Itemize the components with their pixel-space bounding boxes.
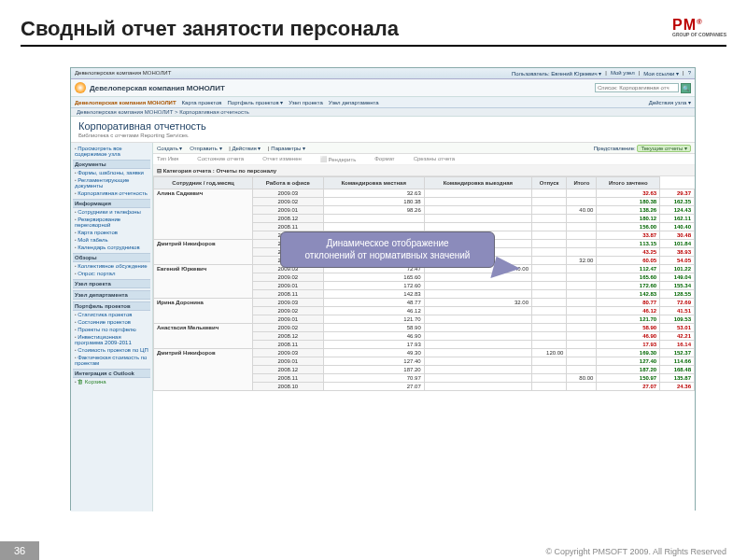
- trip-local-cell: [424, 307, 531, 315]
- total-cell: 43.25: [597, 248, 660, 257]
- sidebar-item[interactable]: Карта проектов: [73, 229, 150, 236]
- sidebar-item[interactable]: Инвестиционная программа 2009-2011: [73, 333, 150, 346]
- send-menu[interactable]: Отправить ▾: [190, 146, 221, 151]
- total-credited-cell: 42.21: [660, 332, 695, 341]
- total-credited-cell: 149.04: [660, 273, 695, 282]
- sidebar-item[interactable]: Состояние проектов: [73, 318, 150, 326]
- period-cell: 2009.02: [253, 198, 324, 206]
- period-cell: 2008.12: [253, 215, 324, 223]
- vacation-cell: [567, 357, 597, 366]
- total-cell: 180.12: [597, 215, 660, 223]
- sidebar-group[interactable]: Узел департамента: [73, 290, 150, 300]
- sidebar-group[interactable]: Обзоры: [73, 253, 150, 262]
- view-selector[interactable]: Текущие отчеты ▾: [637, 145, 691, 152]
- office-cell: 98.26: [323, 206, 424, 215]
- vacation-cell: [567, 341, 597, 349]
- page-title: Сводный отчет занятости персонала: [21, 17, 399, 41]
- sidebar-item[interactable]: Календарь сотрудников: [73, 244, 150, 251]
- sidebar-group[interactable]: Документы: [73, 160, 150, 169]
- trip-local-cell: [424, 290, 531, 299]
- sidebar-item[interactable]: Проекты по портфелю: [73, 326, 150, 333]
- employee-cell: Алина Садкевич: [154, 189, 253, 240]
- office-cell: 32.63: [323, 189, 424, 198]
- period-cell: 2008.11: [253, 223, 324, 231]
- total-cell: 180.38: [597, 198, 660, 206]
- sidebar-item[interactable]: Резервирование переговорной: [73, 216, 150, 229]
- sidebar-item[interactable]: Просмотреть все содержимое узла: [73, 145, 150, 158]
- col-header[interactable]: Работа в офисе: [253, 177, 324, 189]
- vacation-cell: [567, 189, 597, 198]
- my-links-menu[interactable]: Мои ссылки ▾: [643, 70, 679, 77]
- total-credited-cell: 16.14: [660, 341, 695, 349]
- office-cell: 58.90: [323, 324, 424, 332]
- total-cell: 138.26: [597, 206, 660, 215]
- breadcrumb[interactable]: Девелоперская компания МОНОЛИТ > Корпора…: [77, 109, 249, 115]
- office-cell: 165.60: [323, 273, 424, 282]
- sidebar-item[interactable]: Регламентирующие документы: [73, 176, 150, 189]
- vacation-cell: [567, 240, 597, 248]
- user-menu[interactable]: Пользователь: Евгений Юркевич ▾: [512, 70, 601, 77]
- office-cell: [323, 223, 424, 231]
- sidebar-item[interactable]: Мой табель: [73, 236, 150, 244]
- total-credited-cell: 114.66: [660, 357, 695, 366]
- sidebar-item[interactable]: Статистика проектов: [73, 311, 150, 318]
- total-credited-cell: 41.51: [660, 307, 695, 315]
- trip-out-cell: [532, 290, 567, 299]
- report-table: Сотрудник / год.месяцРабота в офисеКоман…: [153, 176, 695, 391]
- sidebar-item[interactable]: Корпоративная отчетность: [73, 189, 150, 197]
- total-credited-cell: 30.48: [660, 231, 695, 240]
- tab-2[interactable]: Портфель проектов ▾: [227, 100, 283, 105]
- sidebar-group[interactable]: Портфель проектов: [73, 301, 150, 311]
- sidebar-item[interactable]: Опрос: портал: [73, 270, 150, 277]
- sidebar-item[interactable]: Коллективное обсуждение: [73, 262, 150, 270]
- help-icon[interactable]: ?: [688, 70, 691, 77]
- tab-3[interactable]: Узел проекта: [289, 100, 322, 105]
- search-button[interactable]: 🔍: [681, 83, 691, 93]
- col-header[interactable]: Сотрудник / год.месяц: [154, 177, 253, 189]
- col-header[interactable]: Командировка выездная: [424, 177, 531, 189]
- sidebar-item[interactable]: Фактическая стоимость по проектам: [73, 354, 150, 367]
- office-cell: 49.30: [323, 349, 424, 357]
- search-input[interactable]: [595, 83, 679, 92]
- period-cell: 2009.03: [253, 349, 324, 357]
- sidebar-group[interactable]: Узел проекта: [73, 279, 150, 288]
- recycle-bin[interactable]: 🗑 Корзина: [73, 378, 150, 385]
- office-cell: 180.38: [323, 198, 424, 206]
- sidebar-group[interactable]: Информация: [73, 199, 150, 208]
- col-header[interactable]: Итого зачтено: [597, 177, 660, 189]
- total-cell: 113.15: [597, 240, 660, 248]
- node-actions-menu[interactable]: Действия узла ▾: [649, 99, 691, 105]
- params-menu[interactable]: Параметры ▾: [271, 146, 305, 151]
- tab-4[interactable]: Узел департамента: [329, 100, 379, 105]
- tab-0[interactable]: Девелоперская компания МОНОЛИТ: [75, 100, 176, 105]
- employee-cell: Дмитрий Никифоров: [154, 349, 253, 391]
- table-row: Дмитрий Никифоров2009.0349.30120.00169.3…: [154, 349, 695, 357]
- trip-local-cell: [424, 198, 531, 206]
- content-subtitle: Библиотека с отчетами Reporting Services…: [78, 133, 687, 138]
- trip-out-cell: [532, 366, 567, 374]
- create-menu[interactable]: Создать ▾: [157, 146, 182, 151]
- sidebar-item[interactable]: Формы, шаблоны, заявки: [73, 169, 150, 176]
- total-credited-cell: 155.34: [660, 282, 695, 290]
- sidebar-item[interactable]: Сотрудники и телефоны: [73, 208, 150, 216]
- col-header[interactable]: Командировка местная: [323, 177, 424, 189]
- nav-tabs[interactable]: Девелоперская компания МОНОЛИТКарта прое…: [75, 99, 385, 105]
- tab-1[interactable]: Карта проектов: [182, 100, 222, 105]
- category-row[interactable]: ⊟ Категория отчета : Отчеты по персоналу: [153, 165, 695, 176]
- trip-local-cell: [424, 349, 531, 357]
- vacation-cell: [567, 349, 597, 357]
- my-unit-link[interactable]: Мой узел: [611, 70, 635, 77]
- col-header[interactable]: Итого: [567, 177, 597, 189]
- employee-cell: Евгений Юркевич: [154, 265, 253, 299]
- sidebar-item[interactable]: Стоимость проектов по ЦП: [73, 346, 150, 354]
- total-credited-cell: 128.55: [660, 290, 695, 299]
- sidebar-group[interactable]: Интеграция с Outlook: [73, 369, 150, 378]
- col-header[interactable]: Отпуск: [532, 177, 567, 189]
- trip-local-cell: [424, 341, 531, 349]
- office-cell: 27.07: [323, 383, 424, 391]
- callout-annotation: Динамическое отображение отклонений от н…: [280, 231, 495, 268]
- total-cell: 172.60: [597, 282, 660, 290]
- actions-menu[interactable]: Действия ▾: [232, 146, 261, 151]
- total-credited-cell: 72.69: [660, 299, 695, 307]
- total-credited-cell: 24.36: [660, 383, 695, 391]
